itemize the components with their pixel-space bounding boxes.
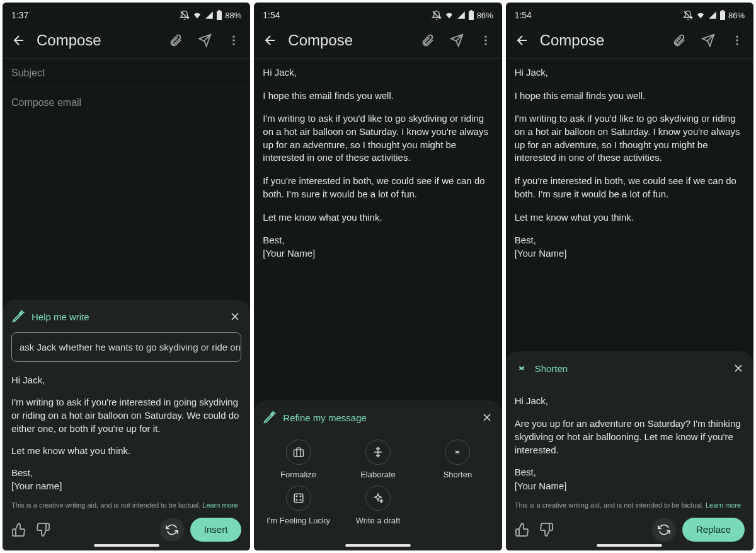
subject-field[interactable]: Subject: [3, 59, 250, 88]
svg-rect-20: [721, 10, 723, 11]
attach-icon[interactable]: [419, 32, 437, 49]
status-time: 1:37: [11, 10, 28, 20]
battery-icon: [719, 10, 726, 20]
elaborate-option[interactable]: Elaborate: [343, 439, 413, 479]
hmw-preview: Hi Jack, I'm writing to ask if you're in…: [11, 373, 241, 492]
thumbs-down-icon[interactable]: [35, 522, 50, 537]
disclaimer-text: This is a creative writing aid, and is n…: [11, 501, 241, 509]
more-icon[interactable]: [728, 32, 746, 49]
disclaimer-text: This is a creative writing aid, and is n…: [515, 501, 745, 509]
replace-button[interactable]: Replace: [682, 518, 745, 542]
more-icon[interactable]: [225, 32, 243, 49]
close-icon[interactable]: [481, 411, 493, 424]
draft-option[interactable]: Write a draft: [343, 486, 413, 525]
sparkle-icon: [372, 492, 384, 504]
svg-point-16: [296, 499, 297, 501]
svg-rect-1: [217, 11, 222, 20]
email-body[interactable]: Hi Jack, I hope this email finds you wel…: [506, 59, 753, 278]
svg-point-10: [484, 39, 486, 41]
svg-point-21: [736, 36, 738, 38]
regenerate-button[interactable]: [652, 518, 676, 542]
svg-rect-7: [469, 11, 474, 20]
wifi-icon: [192, 10, 202, 20]
status-bar: 1:54 86%: [254, 3, 501, 25]
close-icon[interactable]: [229, 310, 241, 323]
send-icon[interactable]: [448, 32, 466, 49]
help-me-write-panel: Help me write ask Jack whether he wants …: [3, 300, 250, 550]
send-icon[interactable]: [699, 32, 717, 49]
shorten-option[interactable]: Shorten: [422, 439, 493, 479]
bell-off-icon: [432, 10, 442, 20]
learn-more-link[interactable]: Learn more: [706, 501, 741, 509]
svg-rect-2: [219, 10, 220, 11]
status-time: 1:54: [263, 10, 280, 20]
refine-panel: Refine my message Formalize Elaborate Sh…: [254, 400, 501, 550]
compose-title: Compose: [37, 32, 158, 49]
svg-point-17: [300, 499, 301, 501]
signal-icon: [708, 11, 717, 20]
battery-pct: 88%: [225, 11, 241, 20]
refine-title: Refine my message: [283, 412, 474, 423]
status-time: 1:54: [515, 10, 532, 20]
collapse-icon: [452, 446, 463, 458]
send-icon[interactable]: [196, 32, 214, 49]
wifi-icon: [696, 10, 706, 20]
home-indicator[interactable]: [94, 544, 159, 547]
attach-icon[interactable]: [670, 32, 688, 49]
back-icon[interactable]: [261, 32, 279, 49]
close-icon[interactable]: [732, 362, 745, 375]
regenerate-button[interactable]: [160, 518, 184, 542]
status-bar: 1:54 86%: [506, 3, 753, 25]
more-icon[interactable]: [477, 32, 495, 49]
signal-icon: [457, 11, 466, 20]
dice-icon: [293, 492, 304, 504]
battery-icon: [468, 10, 474, 20]
expand-icon: [372, 446, 384, 458]
wifi-icon: [444, 10, 454, 20]
pencil-sparkle-icon: [263, 410, 277, 424]
home-indicator[interactable]: [597, 544, 662, 547]
back-icon[interactable]: [10, 32, 28, 49]
svg-point-11: [484, 43, 486, 45]
pencil-sparkle-icon: [11, 310, 25, 323]
svg-point-22: [736, 39, 738, 41]
phone-screen-2: 1:54 86% Compose Hi Jack, I hope this em…: [254, 3, 501, 550]
attach-icon[interactable]: [167, 32, 185, 49]
thumbs-down-icon[interactable]: [539, 522, 554, 537]
svg-point-23: [736, 43, 738, 45]
back-icon[interactable]: [513, 32, 531, 49]
svg-point-5: [233, 43, 235, 45]
svg-rect-13: [294, 494, 303, 503]
phone-screen-1: 1:37 88% Compose: [3, 3, 250, 550]
shorten-title: Shorten: [535, 363, 726, 374]
phone-screen-3: 1:54 86% Compose Hi Jack, I hope this em…: [506, 3, 753, 550]
svg-point-3: [233, 36, 235, 38]
status-bar: 1:37 88%: [3, 3, 250, 25]
briefcase-icon: [293, 446, 304, 458]
thumbs-up-icon[interactable]: [11, 522, 26, 537]
svg-point-15: [300, 496, 301, 497]
body-field[interactable]: Compose email: [3, 88, 250, 117]
collapse-icon: [515, 361, 529, 375]
svg-rect-8: [470, 10, 472, 11]
hmw-prompt-input[interactable]: ask Jack whether he wants to go skydivin…: [11, 332, 241, 362]
battery-icon: [216, 10, 222, 20]
battery-pct: 86%: [728, 11, 745, 20]
battery-pct: 86%: [477, 11, 493, 20]
email-body[interactable]: Hi Jack, I hope this email finds you wel…: [254, 59, 501, 278]
signal-icon: [205, 11, 214, 20]
svg-point-14: [296, 496, 297, 497]
svg-rect-12: [294, 450, 303, 457]
thumbs-up-icon[interactable]: [515, 522, 530, 537]
compose-title: Compose: [288, 32, 410, 49]
compose-toolbar: Compose: [3, 25, 250, 58]
insert-button[interactable]: Insert: [190, 518, 242, 542]
home-indicator[interactable]: [345, 544, 411, 547]
hmw-title: Help me write: [32, 311, 222, 322]
svg-rect-19: [720, 11, 725, 20]
formalize-option[interactable]: Formalize: [263, 439, 333, 479]
compose-toolbar: Compose: [506, 25, 753, 58]
compose-toolbar: Compose: [254, 25, 501, 58]
lucky-option[interactable]: I'm Feeling Lucky: [263, 486, 333, 525]
learn-more-link[interactable]: Learn more: [202, 501, 238, 509]
